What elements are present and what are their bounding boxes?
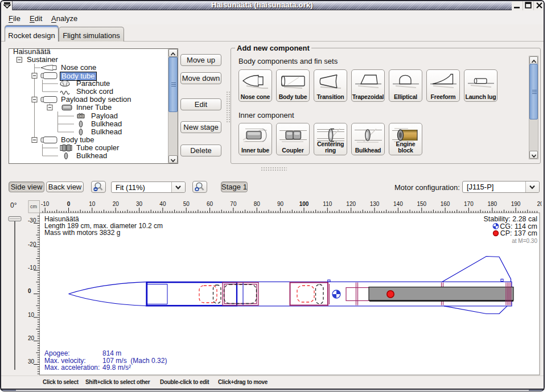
svg-text:30: 30	[136, 201, 143, 207]
svg-text:10: 10	[28, 312, 35, 318]
svg-text:0°: 0°	[10, 201, 17, 209]
svg-text:cm: cm	[30, 204, 37, 209]
svg-text:140: 140	[393, 201, 403, 207]
svg-text:170: 170	[464, 201, 474, 207]
svg-text:20: 20	[28, 335, 35, 341]
svg-text:130: 130	[370, 201, 380, 207]
svg-text:10: 10	[89, 201, 96, 207]
svg-text:110: 110	[323, 201, 332, 207]
svg-text:90: 90	[277, 201, 284, 207]
svg-text:-10: -10	[41, 201, 50, 207]
svg-text:-20: -20	[28, 241, 36, 247]
svg-text:180: 180	[487, 201, 497, 207]
svg-text:40: 40	[159, 201, 166, 207]
svg-text:-30: -30	[28, 217, 36, 224]
svg-text:-10: -10	[28, 265, 36, 271]
svg-text:120: 120	[346, 201, 356, 207]
svg-text:60: 60	[207, 201, 213, 207]
svg-text:20: 20	[113, 201, 120, 207]
svg-text:160: 160	[441, 201, 450, 207]
svg-text:0: 0	[28, 288, 31, 294]
svg-text:30: 30	[28, 358, 35, 365]
svg-text:200: 200	[537, 201, 545, 207]
svg-text:100: 100	[299, 201, 309, 207]
svg-text:190: 190	[511, 201, 521, 207]
svg-text:80: 80	[254, 201, 261, 207]
svg-text:70: 70	[230, 201, 237, 207]
svg-text:0: 0	[67, 201, 71, 207]
svg-text:50: 50	[183, 201, 190, 207]
svg-text:150: 150	[417, 201, 426, 207]
